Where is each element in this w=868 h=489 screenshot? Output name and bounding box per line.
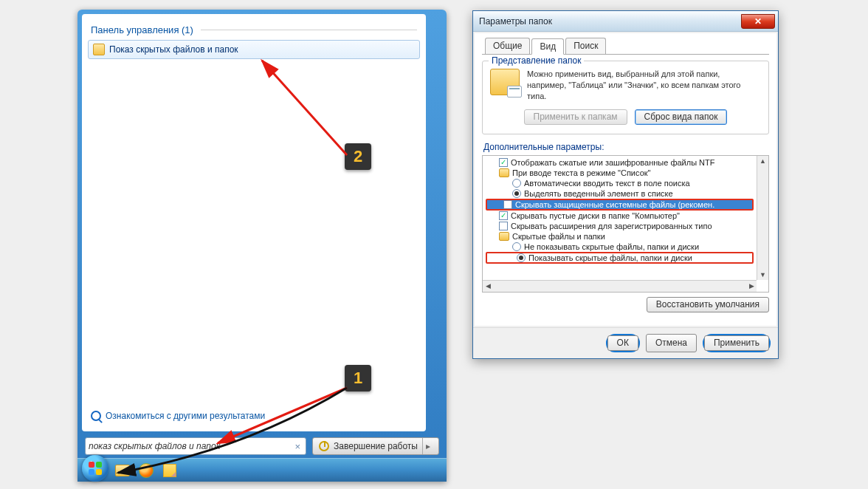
results-category-label: Панель управления (1) [91, 24, 193, 35]
advanced-settings-tree[interactable]: ✓Отображать сжатые или зашифрованные фай… [483, 156, 757, 280]
radio-selected-icon [517, 253, 526, 262]
radio-icon [512, 242, 521, 251]
folder-options-icon [93, 44, 105, 55]
tab-view[interactable]: Вид [531, 38, 564, 55]
divider [201, 30, 417, 30]
shutdown-label: Завершение работы [334, 441, 418, 451]
close-button[interactable]: ✕ [741, 14, 775, 29]
reset-folder-views-button[interactable]: Сброс вида папок [635, 109, 728, 125]
taskbar-sticky-notes[interactable] [160, 462, 179, 479]
opt-hide-extensions[interactable]: ✓Скрывать расширения для зарегистрирован… [483, 221, 757, 231]
close-icon: ✕ [754, 16, 762, 27]
highlight-apply: Применить [703, 334, 771, 352]
advanced-settings-list: ✓Отображать сжатые или зашифрованные фай… [482, 155, 769, 293]
opt-auto-search[interactable]: Автоматически вводить текст в поле поиск… [483, 178, 757, 188]
dialog-title-bar[interactable]: Параметры папок ✕ [473, 11, 778, 32]
opt-list-mode-group: При вводе текста в режиме "Список" [483, 168, 757, 178]
folder-views-group-title: Представление папок [489, 55, 584, 66]
shutdown-arrow[interactable]: ▸ [422, 438, 433, 454]
taskbar-explorer[interactable] [113, 462, 132, 479]
folder-icon [499, 232, 509, 241]
restore-defaults-button[interactable]: Восстановить умолчания [647, 297, 769, 312]
opt-ntfs-colors[interactable]: ✓Отображать сжатые или зашифрованные фай… [483, 157, 757, 168]
result-label: Показ скрытых файлов и папок [109, 44, 238, 55]
results-category-header: Панель управления (1) [88, 18, 420, 38]
cancel-button[interactable]: Отмена [646, 334, 697, 352]
windows-logo-icon [89, 462, 102, 475]
folder-icon [490, 69, 520, 95]
taskbar [78, 458, 447, 482]
start-search-box[interactable]: × [85, 437, 306, 455]
ok-button[interactable]: ОК [607, 335, 638, 351]
callout-1: 1 [345, 365, 371, 391]
folder-options-dialog: Параметры папок ✕ Общие Вид Поиск Предст… [472, 10, 779, 359]
result-show-hidden-files[interactable]: Показ скрытых файлов и папок [88, 40, 420, 59]
checkbox-icon: ✓ [499, 211, 508, 220]
radio-icon [512, 179, 521, 188]
tab-general[interactable]: Общие [485, 38, 530, 54]
opt-highlight-item[interactable]: Выделять введенный элемент в списке [483, 188, 757, 199]
scroll-left-icon[interactable]: ◀ [483, 281, 493, 291]
start-button[interactable] [82, 455, 108, 482]
checkbox-icon: ✓ [499, 158, 508, 167]
start-search-input[interactable] [89, 441, 293, 451]
opt-dont-show-hidden[interactable]: Не показывать скрытые файлы, папки и дис… [483, 242, 757, 252]
advanced-settings-label: Дополнительные параметры: [483, 142, 769, 152]
explorer-icon [115, 465, 130, 476]
scroll-up-icon[interactable]: ▲ [758, 156, 768, 166]
spacer [88, 61, 420, 406]
dialog-footer: ОК Отмена Применить [473, 327, 778, 358]
see-more-results-link[interactable]: Ознакомиться с другими результатами [88, 406, 420, 427]
radio-selected-icon [512, 189, 521, 198]
more-results-label: Ознакомиться с другими результатами [106, 411, 265, 421]
start-menu-bottom-bar: × Завершение работы ▸ [82, 431, 442, 456]
start-menu-results-panel: Панель управления (1) Показ скрытых файл… [82, 14, 426, 431]
dialog-title: Параметры папок [479, 16, 741, 27]
scroll-down-icon[interactable]: ▼ [758, 270, 768, 280]
checkbox-unchecked-icon: ✓ [499, 222, 508, 230]
opt-hide-empty-drives[interactable]: ✓Скрывать пустые диски в папке "Компьюте… [483, 211, 757, 221]
folder-views-buttons: Применить к папкам Сброс вида папок [490, 109, 761, 125]
firefox-icon [139, 463, 154, 478]
sticky-notes-icon [163, 464, 176, 477]
folder-overlay-icon [507, 86, 522, 98]
dialog-body: Общие Вид Поиск Представление папок Можн… [475, 33, 776, 326]
checkbox-unchecked-icon: ✓ [503, 200, 512, 209]
opt-hidden-group: Скрытые файлы и папки [483, 231, 757, 242]
folder-icon [499, 168, 509, 177]
opt-hide-protected[interactable]: ✓Скрывать защищенные системные файлы (ре… [486, 199, 754, 211]
folder-views-desc: Можно применить вид, выбранный для этой … [490, 69, 761, 102]
opt-show-hidden[interactable]: Показывать скрытые файлы, папки и диски [486, 252, 754, 264]
clear-search-button[interactable]: × [293, 441, 303, 452]
apply-to-folders-button: Применить к папкам [524, 109, 627, 125]
start-menu: Панель управления (1) Показ скрытых файл… [78, 10, 447, 482]
folder-views-group: Представление папок Можно применить вид,… [482, 61, 769, 134]
power-icon [319, 441, 329, 451]
horizontal-scrollbar[interactable]: ◀ ▶ [483, 280, 757, 292]
tab-strip: Общие Вид Поиск [482, 38, 769, 55]
vertical-scrollbar[interactable]: ▲ ▼ [757, 156, 768, 280]
taskbar-firefox[interactable] [137, 462, 156, 479]
highlight-ok: ОК [606, 334, 640, 352]
tab-search[interactable]: Поиск [565, 38, 606, 54]
callout-2: 2 [345, 143, 371, 170]
shutdown-button[interactable]: Завершение работы ▸ [312, 437, 439, 455]
search-icon [91, 411, 101, 421]
scroll-right-icon[interactable]: ▶ [746, 281, 757, 291]
apply-button[interactable]: Применить [704, 335, 769, 351]
restore-defaults-row: Восстановить умолчания [482, 297, 769, 312]
